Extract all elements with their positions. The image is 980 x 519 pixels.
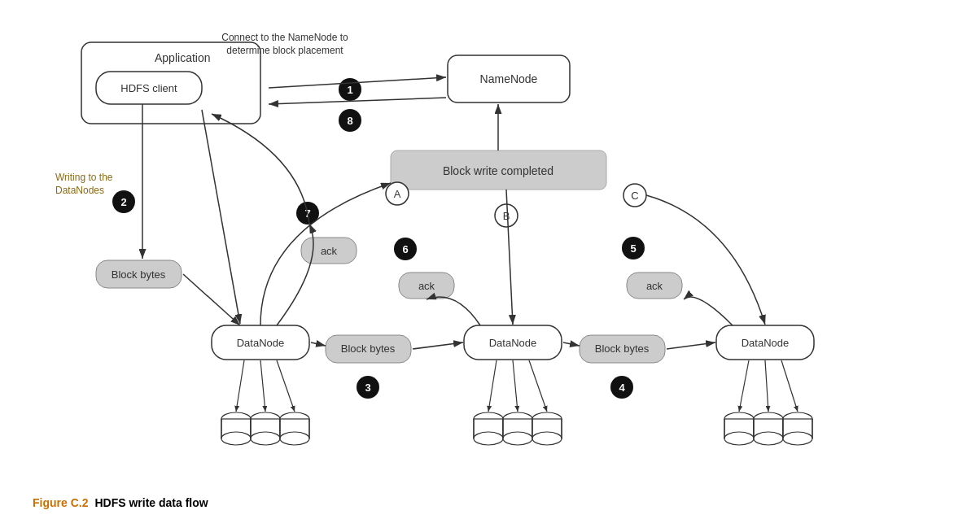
svg-line-34 [667,342,715,349]
step5-circle: 5 [630,242,636,255]
diagram-svg: Application HDFS client NameNode Block w… [0,0,980,480]
figure-caption: Figure C.2 HDFS write data flow [33,496,208,509]
ack3-label: ack [646,280,663,292]
hdfs-client-label: HDFS client [120,82,177,94]
datanode2-label: DataNode [489,337,537,349]
svg-point-49 [280,432,309,445]
svg-line-31 [311,342,326,346]
stepC-circle: C [631,190,638,202]
svg-line-30 [202,110,240,324]
svg-line-29 [183,274,240,325]
writing-label2: DataNodes [55,185,104,196]
ack2-label: ack [418,280,435,292]
stepB-circle: B [503,210,510,222]
block-bytes1-label: Block bytes [112,268,166,281]
svg-line-88 [739,360,749,412]
svg-line-32 [413,342,463,349]
svg-point-57 [474,432,503,445]
svg-line-33 [563,342,580,346]
svg-line-53 [260,360,265,412]
svg-point-75 [724,432,754,445]
step8-circle: 8 [347,115,352,127]
ack1-label: ack [321,245,338,257]
svg-line-54 [277,360,295,412]
block-bytes3-label: Block bytes [595,342,650,355]
svg-line-27 [269,98,446,104]
application-label: Application [155,51,211,64]
stepA-circle: A [394,188,401,200]
svg-point-85 [783,432,812,445]
svg-line-90 [781,360,798,412]
svg-line-89 [765,360,768,412]
writing-label: Writing to the [55,172,113,183]
caption-label: Figure C.2 [33,496,88,509]
step1-circle: 1 [347,84,352,96]
datanode1-label: DataNode [237,337,285,349]
block-bytes2-label: Block bytes [341,342,396,355]
svg-point-67 [532,432,562,445]
connect-label2: determine block placement [226,45,343,56]
step3-circle: 3 [365,382,370,394]
step6-circle: 6 [402,243,408,255]
svg-line-52 [236,360,244,412]
svg-point-62 [503,432,532,445]
namenode-label: NameNode [480,72,538,85]
svg-point-44 [251,432,280,445]
datanode3-label: DataNode [742,337,790,349]
svg-line-72 [529,360,547,412]
svg-point-80 [754,432,783,445]
svg-line-71 [513,360,518,412]
caption-text: HDFS write data flow [94,496,208,509]
svg-line-70 [488,360,497,412]
block-write-completed-label: Block write completed [443,164,553,177]
step4-circle: 4 [619,382,625,394]
connect-label1: Connect to the NameNode to [221,32,348,43]
step2-circle: 2 [120,196,126,208]
svg-point-39 [221,432,251,445]
diagram-container: Application HDFS client NameNode Block w… [0,0,980,480]
